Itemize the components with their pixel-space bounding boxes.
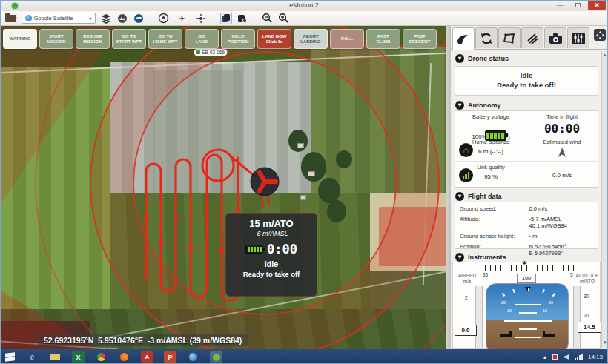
taskbar-chrome-icon[interactable] bbox=[95, 351, 108, 363]
taskbar-app-blue-icon[interactable] bbox=[187, 351, 199, 363]
abort-landing-button[interactable]: ABORTLANDING bbox=[294, 29, 328, 49]
tray-clock[interactable]: 14:13 bbox=[588, 354, 603, 360]
map-field bbox=[311, 47, 446, 195]
zoom-out-icon[interactable] bbox=[262, 13, 274, 24]
taskbar-firefox-icon[interactable] bbox=[118, 351, 130, 363]
close-button[interactable]: ✕ bbox=[588, 1, 606, 10]
tree-cluster bbox=[318, 178, 340, 203]
tree-cluster bbox=[301, 152, 326, 182]
tab-camera[interactable] bbox=[544, 27, 566, 48]
altitude-value: -5.7 m/AMSL40.1 m/WGS84 bbox=[529, 216, 593, 229]
section-title: Instruments bbox=[468, 254, 506, 261]
roll-button[interactable]: ROLL bbox=[330, 29, 364, 49]
main-toolbar: ▾ Google Satellite ▾ ·✈· bbox=[1, 11, 607, 26]
drone-substate-label: Ready to take off bbox=[226, 270, 317, 278]
tray-speaker-icon[interactable] bbox=[564, 354, 569, 360]
taskbar-emotion-icon[interactable] bbox=[210, 351, 222, 363]
section-autonomy[interactable]: ▾ Autonomy bbox=[455, 101, 501, 110]
ground-speed-row: Ground speed: 0.0 m/s bbox=[455, 203, 598, 214]
imagery-icon[interactable] bbox=[116, 13, 128, 24]
tray-network-icon[interactable] bbox=[575, 354, 583, 360]
tray-flag-icon[interactable] bbox=[552, 354, 558, 360]
pitch-label: 20 bbox=[501, 300, 506, 305]
fullscreen-button[interactable] bbox=[594, 29, 606, 41]
taskbar-ie-icon[interactable]: e bbox=[26, 351, 39, 363]
go-land-button[interactable]: GOLAND bbox=[185, 29, 219, 49]
map-field bbox=[370, 193, 446, 271]
map-view[interactable]: EB-02-066 WARNING STARTMISSION RESUMEMIS… bbox=[1, 26, 446, 349]
open-mission-button[interactable]: ▾ bbox=[5, 15, 17, 22]
tab-settings[interactable] bbox=[567, 27, 589, 48]
drone-add-icon[interactable] bbox=[237, 13, 248, 24]
taskbar-app-red-icon[interactable]: A bbox=[141, 351, 153, 363]
drone-substate: Ready to take off! bbox=[455, 80, 598, 90]
aircraft-symbol-right bbox=[543, 331, 555, 337]
tab-sync[interactable] bbox=[475, 27, 498, 48]
windows-taskbar: e X A P ▴ 14:13 bbox=[1, 349, 607, 364]
collapse-chevron-icon[interactable]: ▾ bbox=[455, 54, 464, 63]
layers-icon[interactable] bbox=[100, 13, 112, 24]
map-field bbox=[153, 70, 242, 193]
panel-tabs bbox=[452, 27, 589, 50]
tab-mission-area[interactable] bbox=[498, 27, 521, 48]
collapse-chevron-icon[interactable]: ▾ bbox=[455, 101, 464, 110]
instruments-box: ✈ 35 5 100 AIRSPD m/s 2 0.0 20 20 bbox=[452, 262, 601, 349]
taskbar-explorer-icon[interactable] bbox=[49, 351, 62, 363]
altitude-inst-value: 14.5 bbox=[578, 322, 601, 333]
panel-splitter[interactable] bbox=[446, 26, 451, 349]
altitude-inst-label: ALTITUDE m/ATO bbox=[573, 273, 601, 285]
drone-waypoint-icon[interactable] bbox=[195, 13, 207, 24]
taskbar-excel-icon[interactable]: X bbox=[72, 351, 85, 363]
center-map-icon[interactable] bbox=[158, 13, 170, 24]
fast-descent-button[interactable]: FASTDESCENT bbox=[403, 29, 437, 49]
zoom-in-icon[interactable] bbox=[278, 13, 290, 24]
drone-info-box: 15 m/ATO -6 m/AMSL 0:00 Idle Ready to ta… bbox=[225, 213, 317, 297]
battery-icon bbox=[245, 245, 263, 254]
pitch-label: 10 bbox=[543, 308, 547, 313]
wind-speed-cell: 0.0 m/s bbox=[526, 162, 598, 187]
tab-drone[interactable] bbox=[452, 27, 475, 50]
drone-state-label: Idle bbox=[226, 259, 317, 268]
tree-cluster bbox=[288, 130, 308, 152]
heading-tape bbox=[480, 265, 576, 271]
resume-mission-button[interactable]: RESUMEMISSION bbox=[76, 29, 110, 49]
scroll-up-icon[interactable]: ▴ bbox=[604, 52, 607, 58]
taskbar-powerpoint-icon[interactable]: P bbox=[164, 351, 176, 363]
scroll-down-icon[interactable]: ▾ bbox=[604, 340, 607, 345]
collapse-chevron-icon[interactable]: ▾ bbox=[455, 192, 464, 201]
hold-position-button[interactable]: HOLDPOSITION bbox=[221, 29, 255, 49]
maximize-icon bbox=[575, 3, 581, 7]
fast-climb-button[interactable]: FASTCLIMB bbox=[366, 29, 400, 49]
minimize-button[interactable]: — bbox=[551, 1, 569, 10]
drone-panel-icon[interactable] bbox=[220, 13, 232, 24]
drone-track-icon[interactable]: ·✈· bbox=[174, 13, 191, 24]
tab-flight-lines[interactable] bbox=[521, 27, 543, 48]
altitude-label: Altitude: bbox=[460, 216, 529, 229]
autonomy-box: Battery voltage 100% (12.4 V) Time in fl… bbox=[455, 110, 598, 188]
command-bar: WARNING STARTMISSION RESUMEMISSION GO TO… bbox=[3, 29, 437, 49]
aircraft-symbol-left bbox=[500, 331, 512, 337]
heading-plane-icon: ✈ bbox=[521, 260, 528, 266]
drone-name-tag[interactable]: EB-02-066 bbox=[194, 48, 228, 56]
signal-bars-icon bbox=[459, 168, 473, 182]
panel-scrollbar[interactable]: ▴ ▾ bbox=[601, 51, 608, 348]
title-bar: eMotion 2 — ✕ bbox=[1, 1, 607, 11]
start-button[interactable] bbox=[5, 352, 16, 362]
google-earth-icon[interactable] bbox=[133, 13, 145, 24]
goto-home-wpt-button[interactable]: GO TOHOME WPT bbox=[148, 29, 182, 49]
altitude-tick-20: 20 bbox=[584, 313, 589, 318]
link-quality-cell: Link quality 95 % bbox=[455, 162, 526, 187]
tray-up-icon[interactable]: ▴ bbox=[543, 354, 546, 360]
map-provider-select[interactable]: Google Satellite ▾ bbox=[22, 13, 96, 24]
section-instruments[interactable]: ▾ Instruments bbox=[455, 253, 506, 262]
warning-button[interactable]: WARNING bbox=[3, 29, 37, 49]
section-drone-status[interactable]: ▾ Drone status bbox=[455, 54, 509, 63]
start-mission-button[interactable]: STARTMISSION bbox=[39, 29, 73, 49]
heading-value: 100 bbox=[517, 274, 536, 283]
maximize-button[interactable] bbox=[569, 1, 586, 10]
goto-start-wpt-button[interactable]: GO TOSTART WPT bbox=[112, 29, 146, 49]
land-now-button[interactable]: LAND NOWClick 3x bbox=[257, 29, 291, 49]
collapse-chevron-icon[interactable]: ▾ bbox=[455, 253, 464, 262]
flight-lines-icon bbox=[526, 32, 539, 45]
section-flight-data[interactable]: ▾ Flight data bbox=[455, 192, 502, 201]
